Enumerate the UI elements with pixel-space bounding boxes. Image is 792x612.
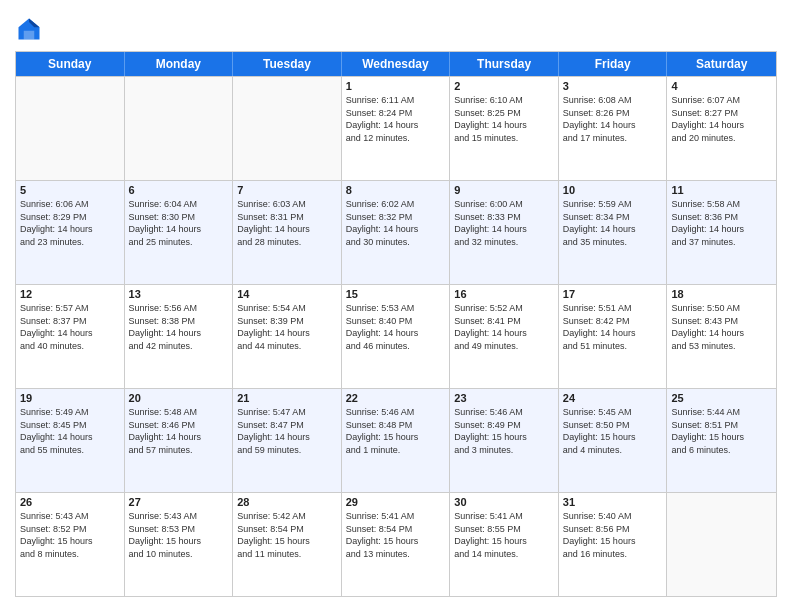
calendar-header: SundayMondayTuesdayWednesdayThursdayFrid… [16, 52, 776, 76]
day-number: 30 [454, 496, 554, 508]
cal-cell: 14Sunrise: 5:54 AM Sunset: 8:39 PM Dayli… [233, 285, 342, 388]
cal-cell: 30Sunrise: 5:41 AM Sunset: 8:55 PM Dayli… [450, 493, 559, 596]
cal-cell [233, 77, 342, 180]
cal-cell: 9Sunrise: 6:00 AM Sunset: 8:33 PM Daylig… [450, 181, 559, 284]
day-info: Sunrise: 5:46 AM Sunset: 8:49 PM Dayligh… [454, 406, 554, 456]
day-number: 10 [563, 184, 663, 196]
day-info: Sunrise: 5:54 AM Sunset: 8:39 PM Dayligh… [237, 302, 337, 352]
cal-cell: 11Sunrise: 5:58 AM Sunset: 8:36 PM Dayli… [667, 181, 776, 284]
calendar: SundayMondayTuesdayWednesdayThursdayFrid… [15, 51, 777, 597]
cal-header-cell-monday: Monday [125, 52, 234, 76]
cal-week-2: 12Sunrise: 5:57 AM Sunset: 8:37 PM Dayli… [16, 284, 776, 388]
day-number: 28 [237, 496, 337, 508]
day-number: 27 [129, 496, 229, 508]
cal-cell: 29Sunrise: 5:41 AM Sunset: 8:54 PM Dayli… [342, 493, 451, 596]
cal-cell: 22Sunrise: 5:46 AM Sunset: 8:48 PM Dayli… [342, 389, 451, 492]
cal-week-4: 26Sunrise: 5:43 AM Sunset: 8:52 PM Dayli… [16, 492, 776, 596]
day-info: Sunrise: 5:49 AM Sunset: 8:45 PM Dayligh… [20, 406, 120, 456]
day-info: Sunrise: 6:00 AM Sunset: 8:33 PM Dayligh… [454, 198, 554, 248]
cal-header-cell-wednesday: Wednesday [342, 52, 451, 76]
page: SundayMondayTuesdayWednesdayThursdayFrid… [0, 0, 792, 612]
day-number: 20 [129, 392, 229, 404]
cal-week-0: 1Sunrise: 6:11 AM Sunset: 8:24 PM Daylig… [16, 76, 776, 180]
cal-cell: 16Sunrise: 5:52 AM Sunset: 8:41 PM Dayli… [450, 285, 559, 388]
day-number: 15 [346, 288, 446, 300]
cal-cell: 10Sunrise: 5:59 AM Sunset: 8:34 PM Dayli… [559, 181, 668, 284]
day-number: 6 [129, 184, 229, 196]
cal-cell: 3Sunrise: 6:08 AM Sunset: 8:26 PM Daylig… [559, 77, 668, 180]
cal-header-cell-friday: Friday [559, 52, 668, 76]
cal-cell: 8Sunrise: 6:02 AM Sunset: 8:32 PM Daylig… [342, 181, 451, 284]
day-info: Sunrise: 5:44 AM Sunset: 8:51 PM Dayligh… [671, 406, 772, 456]
day-number: 3 [563, 80, 663, 92]
day-number: 2 [454, 80, 554, 92]
day-number: 23 [454, 392, 554, 404]
day-info: Sunrise: 6:04 AM Sunset: 8:30 PM Dayligh… [129, 198, 229, 248]
day-info: Sunrise: 5:43 AM Sunset: 8:52 PM Dayligh… [20, 510, 120, 560]
day-info: Sunrise: 6:11 AM Sunset: 8:24 PM Dayligh… [346, 94, 446, 144]
day-info: Sunrise: 5:41 AM Sunset: 8:55 PM Dayligh… [454, 510, 554, 560]
cal-cell: 17Sunrise: 5:51 AM Sunset: 8:42 PM Dayli… [559, 285, 668, 388]
cal-cell: 6Sunrise: 6:04 AM Sunset: 8:30 PM Daylig… [125, 181, 234, 284]
day-info: Sunrise: 5:45 AM Sunset: 8:50 PM Dayligh… [563, 406, 663, 456]
day-info: Sunrise: 6:08 AM Sunset: 8:26 PM Dayligh… [563, 94, 663, 144]
day-number: 8 [346, 184, 446, 196]
cal-cell: 18Sunrise: 5:50 AM Sunset: 8:43 PM Dayli… [667, 285, 776, 388]
cal-cell: 21Sunrise: 5:47 AM Sunset: 8:47 PM Dayli… [233, 389, 342, 492]
day-info: Sunrise: 5:57 AM Sunset: 8:37 PM Dayligh… [20, 302, 120, 352]
logo [15, 15, 47, 43]
day-info: Sunrise: 6:02 AM Sunset: 8:32 PM Dayligh… [346, 198, 446, 248]
cal-cell: 7Sunrise: 6:03 AM Sunset: 8:31 PM Daylig… [233, 181, 342, 284]
svg-rect-2 [24, 31, 35, 40]
cal-cell: 24Sunrise: 5:45 AM Sunset: 8:50 PM Dayli… [559, 389, 668, 492]
day-info: Sunrise: 5:52 AM Sunset: 8:41 PM Dayligh… [454, 302, 554, 352]
logo-icon [15, 15, 43, 43]
calendar-body: 1Sunrise: 6:11 AM Sunset: 8:24 PM Daylig… [16, 76, 776, 596]
day-info: Sunrise: 6:10 AM Sunset: 8:25 PM Dayligh… [454, 94, 554, 144]
cal-cell: 28Sunrise: 5:42 AM Sunset: 8:54 PM Dayli… [233, 493, 342, 596]
day-info: Sunrise: 6:06 AM Sunset: 8:29 PM Dayligh… [20, 198, 120, 248]
day-number: 7 [237, 184, 337, 196]
day-info: Sunrise: 5:48 AM Sunset: 8:46 PM Dayligh… [129, 406, 229, 456]
cal-cell: 4Sunrise: 6:07 AM Sunset: 8:27 PM Daylig… [667, 77, 776, 180]
day-info: Sunrise: 5:47 AM Sunset: 8:47 PM Dayligh… [237, 406, 337, 456]
day-info: Sunrise: 5:50 AM Sunset: 8:43 PM Dayligh… [671, 302, 772, 352]
cal-cell: 31Sunrise: 5:40 AM Sunset: 8:56 PM Dayli… [559, 493, 668, 596]
day-info: Sunrise: 5:59 AM Sunset: 8:34 PM Dayligh… [563, 198, 663, 248]
day-number: 31 [563, 496, 663, 508]
cal-cell: 26Sunrise: 5:43 AM Sunset: 8:52 PM Dayli… [16, 493, 125, 596]
day-number: 16 [454, 288, 554, 300]
cal-cell: 20Sunrise: 5:48 AM Sunset: 8:46 PM Dayli… [125, 389, 234, 492]
day-number: 9 [454, 184, 554, 196]
cal-cell: 5Sunrise: 6:06 AM Sunset: 8:29 PM Daylig… [16, 181, 125, 284]
day-number: 26 [20, 496, 120, 508]
day-number: 4 [671, 80, 772, 92]
cal-cell: 27Sunrise: 5:43 AM Sunset: 8:53 PM Dayli… [125, 493, 234, 596]
cal-cell: 19Sunrise: 5:49 AM Sunset: 8:45 PM Dayli… [16, 389, 125, 492]
cal-header-cell-sunday: Sunday [16, 52, 125, 76]
day-number: 12 [20, 288, 120, 300]
day-number: 19 [20, 392, 120, 404]
cal-cell [16, 77, 125, 180]
cal-header-cell-saturday: Saturday [667, 52, 776, 76]
cal-header-cell-tuesday: Tuesday [233, 52, 342, 76]
day-number: 24 [563, 392, 663, 404]
day-number: 22 [346, 392, 446, 404]
day-number: 13 [129, 288, 229, 300]
cal-cell: 13Sunrise: 5:56 AM Sunset: 8:38 PM Dayli… [125, 285, 234, 388]
day-info: Sunrise: 5:40 AM Sunset: 8:56 PM Dayligh… [563, 510, 663, 560]
cal-cell: 12Sunrise: 5:57 AM Sunset: 8:37 PM Dayli… [16, 285, 125, 388]
cal-week-1: 5Sunrise: 6:06 AM Sunset: 8:29 PM Daylig… [16, 180, 776, 284]
day-info: Sunrise: 5:41 AM Sunset: 8:54 PM Dayligh… [346, 510, 446, 560]
day-number: 17 [563, 288, 663, 300]
day-info: Sunrise: 5:46 AM Sunset: 8:48 PM Dayligh… [346, 406, 446, 456]
day-info: Sunrise: 6:07 AM Sunset: 8:27 PM Dayligh… [671, 94, 772, 144]
cal-cell: 15Sunrise: 5:53 AM Sunset: 8:40 PM Dayli… [342, 285, 451, 388]
day-info: Sunrise: 5:56 AM Sunset: 8:38 PM Dayligh… [129, 302, 229, 352]
day-info: Sunrise: 5:51 AM Sunset: 8:42 PM Dayligh… [563, 302, 663, 352]
day-info: Sunrise: 5:58 AM Sunset: 8:36 PM Dayligh… [671, 198, 772, 248]
cal-cell: 2Sunrise: 6:10 AM Sunset: 8:25 PM Daylig… [450, 77, 559, 180]
header [15, 15, 777, 43]
cal-cell: 1Sunrise: 6:11 AM Sunset: 8:24 PM Daylig… [342, 77, 451, 180]
cal-cell: 25Sunrise: 5:44 AM Sunset: 8:51 PM Dayli… [667, 389, 776, 492]
